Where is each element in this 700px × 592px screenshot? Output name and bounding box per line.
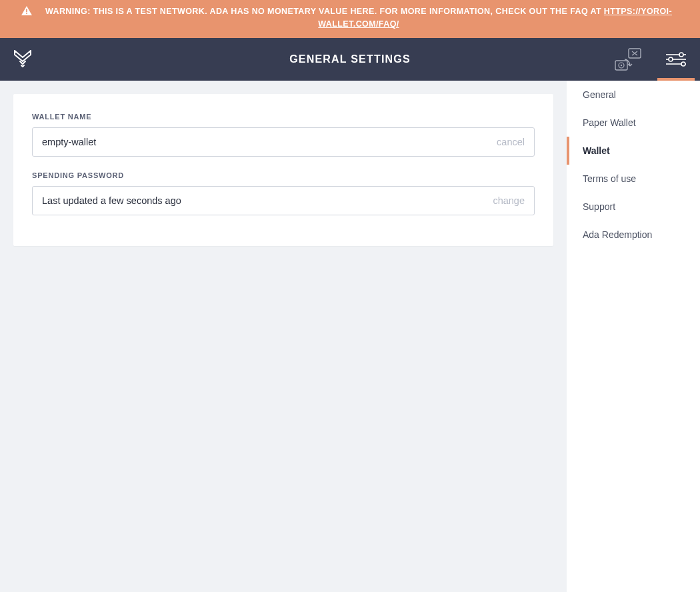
svg-point-5 <box>621 65 622 66</box>
svg-rect-0 <box>26 9 27 12</box>
wallet-name-cancel-button[interactable]: cancel <box>497 137 525 147</box>
spending-password-change-button[interactable]: change <box>493 195 525 206</box>
spending-password-label: SPENDING PASSWORD <box>32 171 535 179</box>
svg-rect-1 <box>26 13 27 14</box>
sidebar-item-general[interactable]: General <box>567 81 700 109</box>
sidebar-item-support[interactable]: Support <box>567 193 700 221</box>
yoroi-logo[interactable] <box>0 38 45 81</box>
wallet-name-field-box: cancel <box>32 127 535 157</box>
spending-password-field-box: Last updated a few seconds ago change <box>32 186 535 215</box>
svg-point-7 <box>679 53 683 57</box>
sidebar-item-ada-redemption[interactable]: Ada Redemption <box>567 221 700 249</box>
wallet-name-label: WALLET NAME <box>32 113 535 121</box>
test-network-warning-banner: WARNING: THIS IS A TEST NETWORK. ADA HAS… <box>0 0 700 38</box>
sidebar-item-paper-wallet[interactable]: Paper Wallet <box>567 109 700 137</box>
warning-icon <box>21 6 32 19</box>
wallet-name-input[interactable] <box>42 137 497 147</box>
spending-password-status: Last updated a few seconds ago <box>42 195 493 206</box>
svg-point-11 <box>681 62 685 66</box>
settings-sidebar: General Paper Wallet Wallet Terms of use… <box>567 81 700 592</box>
sidebar-item-wallet[interactable]: Wallet <box>567 137 700 165</box>
page-title: GENERAL SETTINGS <box>289 38 411 81</box>
wallet-settings-card: WALLET NAME cancel SPENDING PASSWORD Las… <box>13 94 553 246</box>
top-bar: GENERAL SETTINGS <box>0 38 700 81</box>
settings-button[interactable] <box>652 38 700 81</box>
daedalus-transfer-button[interactable] <box>604 38 652 81</box>
sidebar-item-terms-of-use[interactable]: Terms of use <box>567 165 700 193</box>
svg-point-9 <box>669 57 673 61</box>
warning-text: WARNING: THIS IS A TEST NETWORK. ADA HAS… <box>45 7 604 16</box>
